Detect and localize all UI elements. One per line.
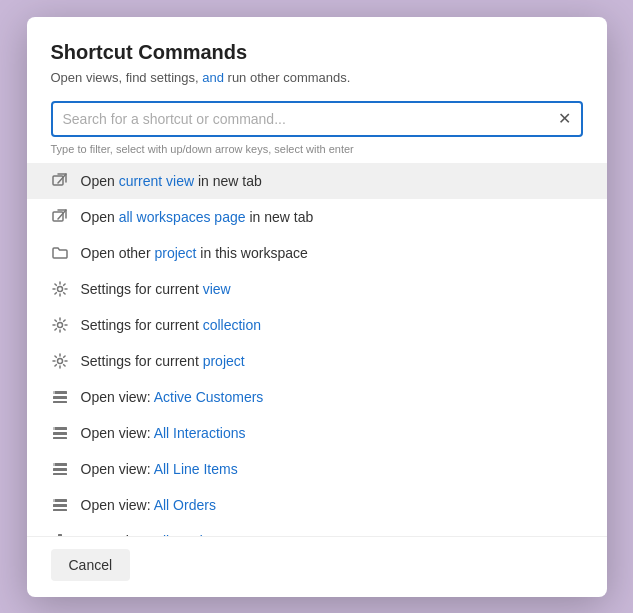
- command-item[interactable]: Open view: All Orders: [27, 487, 607, 523]
- search-input[interactable]: [51, 101, 583, 137]
- svg-rect-19: [53, 509, 67, 511]
- svg-rect-17: [53, 499, 67, 502]
- modal-header: Shortcut Commands Open views, find setti…: [27, 17, 607, 97]
- list-icon: [51, 388, 69, 406]
- command-item[interactable]: Open view: All Interactions: [27, 415, 607, 451]
- svg-point-2: [57, 286, 62, 291]
- command-item[interactable]: Open other project in this workspace: [27, 235, 607, 271]
- subtitle-plain: Open views, find settings,: [51, 70, 203, 85]
- command-label-highlight: current view: [119, 173, 194, 189]
- modal-subtitle: Open views, find settings, and run other…: [51, 70, 583, 85]
- command-label: Open view: All Line Items: [81, 461, 238, 477]
- command-item[interactable]: Open all workspaces page in new tab: [27, 199, 607, 235]
- command-label-highlight: All Line Items: [154, 461, 238, 477]
- command-label: Settings for current project: [81, 353, 245, 369]
- list-icon: [51, 460, 69, 478]
- command-label-highlight: Active Customers: [154, 389, 264, 405]
- newtab-icon: [51, 172, 69, 190]
- gear-icon: [51, 352, 69, 370]
- newtab-icon: [51, 208, 69, 226]
- gear-icon: [51, 280, 69, 298]
- svg-rect-6: [53, 396, 67, 399]
- command-item[interactable]: Open current view in new tab: [27, 163, 607, 199]
- svg-rect-9: [53, 427, 67, 430]
- command-item[interactable]: Open view: Active Customers: [27, 379, 607, 415]
- command-label: Open view: All Interactions: [81, 425, 246, 441]
- svg-rect-7: [53, 401, 67, 403]
- command-item[interactable]: Settings for current project: [27, 343, 607, 379]
- svg-point-4: [57, 358, 62, 363]
- command-label-highlight: view: [203, 281, 231, 297]
- command-label: Settings for current collection: [81, 317, 262, 333]
- command-list-wrapper: Open current view in new tab Open all wo…: [27, 163, 607, 536]
- command-label-highlight: all workspaces page: [119, 209, 246, 225]
- svg-rect-15: [53, 473, 67, 475]
- svg-point-3: [57, 322, 62, 327]
- modal-footer: Cancel: [27, 536, 607, 597]
- command-label-highlight: project: [203, 353, 245, 369]
- folder-icon: [51, 244, 69, 262]
- command-label-highlight: All Interactions: [154, 425, 246, 441]
- svg-rect-13: [53, 463, 67, 466]
- subtitle-after: run other commands.: [224, 70, 350, 85]
- command-label: Open view: Active Customers: [81, 389, 264, 405]
- svg-rect-5: [53, 391, 67, 394]
- svg-rect-12: [53, 427, 55, 430]
- command-label: Open current view in new tab: [81, 173, 262, 189]
- filter-hint: Type to filter, select with up/down arro…: [27, 141, 607, 163]
- command-item[interactable]: Settings for current view: [27, 271, 607, 307]
- svg-rect-11: [53, 437, 67, 439]
- svg-rect-21: [58, 534, 62, 536]
- svg-rect-8: [53, 391, 55, 394]
- command-item[interactable]: Open view: All Line Items: [27, 451, 607, 487]
- command-label: Settings for current view: [81, 281, 231, 297]
- svg-rect-18: [53, 504, 67, 507]
- cancel-button[interactable]: Cancel: [51, 549, 131, 581]
- svg-rect-10: [53, 432, 67, 435]
- command-label-highlight: All Orders: [154, 497, 216, 513]
- command-label: Open all workspaces page in new tab: [81, 209, 314, 225]
- subtitle-and: and: [202, 70, 224, 85]
- svg-rect-14: [53, 468, 67, 471]
- command-label: Open other project in this workspace: [81, 245, 308, 261]
- clear-button[interactable]: ✕: [554, 107, 575, 131]
- shortcut-commands-modal: Shortcut Commands Open views, find setti…: [27, 17, 607, 597]
- command-label: Open view: All Orders: [81, 497, 216, 513]
- command-label-highlight: collection: [203, 317, 261, 333]
- list-icon: [51, 424, 69, 442]
- command-label-highlight: All Product Sets: [154, 533, 254, 536]
- command-list: Open current view in new tab Open all wo…: [27, 163, 607, 536]
- list-icon: [51, 496, 69, 514]
- command-label-highlight: project: [154, 245, 196, 261]
- gear-icon: [51, 316, 69, 334]
- command-item[interactable]: Open view: All Product Sets: [27, 523, 607, 536]
- modal-title: Shortcut Commands: [51, 41, 583, 64]
- command-label: Open view: All Product Sets: [81, 533, 254, 536]
- search-wrapper: ✕: [27, 97, 607, 141]
- tree-icon: [51, 532, 69, 536]
- svg-rect-20: [53, 499, 55, 502]
- command-item[interactable]: Settings for current collection: [27, 307, 607, 343]
- modal-overlay: Shortcut Commands Open views, find setti…: [0, 0, 633, 613]
- svg-rect-16: [53, 463, 55, 466]
